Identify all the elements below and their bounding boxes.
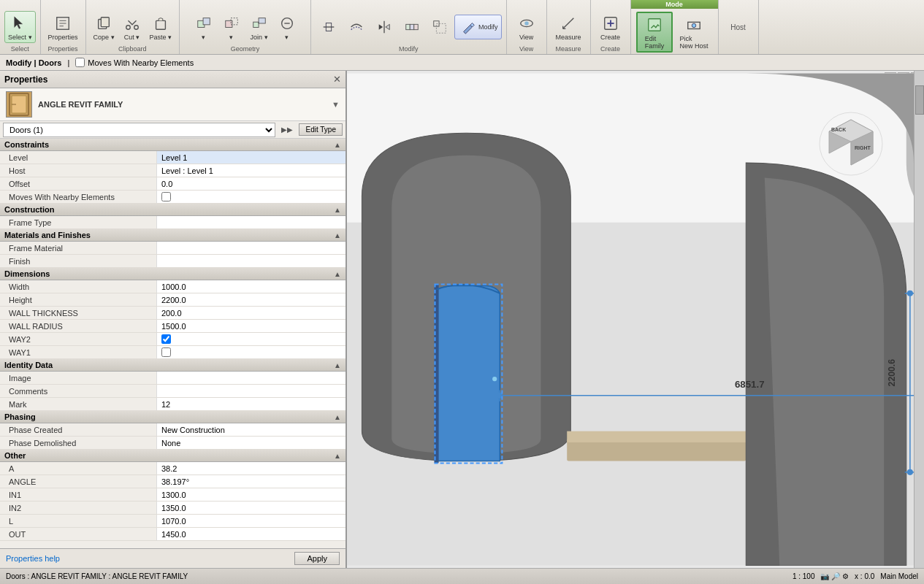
section-construction[interactable]: Construction ▲ [0,204,345,216]
section-identity[interactable]: Identity Data ▲ [0,359,345,372]
prop-name-phase-demolished: Phase Demolished [0,437,157,449]
join-button[interactable]: Join ▾ [246,12,272,42]
section-other[interactable]: Other ▲ [0,450,345,462]
prop-value-phase-demolished[interactable]: None [157,437,345,449]
prop-value-comments[interactable] [157,385,345,397]
paste-button[interactable]: Paste ▾ [147,12,175,42]
section-identity-arrow: ▲ [334,361,341,369]
modify-big-btn[interactable]: Modify [454,15,502,39]
properties-button[interactable]: Properties [45,12,81,42]
svg-rect-6 [101,18,109,27]
right-scrollbar[interactable] [914,71,924,568]
prop-value-in2[interactable]: 1350.0 [157,502,345,514]
prop-name-wall-thickness: WALL THICKNESS [0,307,157,319]
align-btn[interactable] [316,15,342,39]
svg-rect-14 [253,22,258,27]
prop-name-way1: WAY1 [0,346,157,358]
prop-value-image[interactable] [157,372,345,384]
section-materials[interactable]: Materials and Finishes ▲ [0,229,345,242]
prop-value-wall-radius[interactable]: 1500.0 [157,320,345,332]
instance-row: Doors (1) ▶▶ Edit Type [0,121,345,139]
geometry-icon2 [221,13,242,34]
nav-cube-overlay[interactable]: RIGHT BACK [818,111,884,177]
join-label: Join ▾ [251,34,268,41]
create-button[interactable]: Create [597,12,624,42]
array-btn[interactable] [399,15,425,39]
svg-point-30 [524,21,529,26]
moves-with-checkbox[interactable] [75,58,85,67]
prop-row-image: Image [0,372,345,385]
offset-btn[interactable] [343,15,370,39]
status-icons: 📷 🔎 ⚙ [820,572,849,580]
mirror-icon [374,17,394,37]
edit-family-button[interactable]: EditFamily [636,12,673,53]
viewport: − □ ✕ RIGHT BACK [347,71,924,568]
prop-value-l[interactable]: 1070.0 [157,515,345,527]
scale-btn[interactable] [427,15,453,39]
select-button[interactable]: Select ▾ [4,11,36,43]
way1-checkbox[interactable] [161,347,171,357]
prop-value-frame-type[interactable] [157,216,345,228]
prop-value-wall-thickness[interactable]: 200.0 [157,307,345,319]
prop-name-width: Width [0,280,157,293]
mirror-btn[interactable] [371,15,397,39]
prop-name-way2: WAY2 [0,333,157,345]
host-group-label: Host [728,20,749,34]
prop-name-a: A [0,462,157,474]
status-model: Main Model [880,572,918,580]
prop-close-button[interactable]: ✕ [333,74,341,85]
moves-with-checkbox-prop[interactable] [161,192,171,201]
pick-new-host-button[interactable]: PickNew Host [676,13,712,51]
prop-value-phase-created[interactable]: New Construction [157,423,345,436]
edit-type-button[interactable]: Edit Type [299,123,343,136]
cope-icon [93,13,114,34]
section-phasing[interactable]: Phasing ▲ [0,411,345,423]
prop-value-out[interactable]: 1450.0 [157,528,345,540]
prop-footer: Properties help Apply [0,548,345,568]
prop-value-finish[interactable] [157,255,345,267]
prop-value-mark[interactable]: 12 [157,398,345,410]
svg-rect-25 [410,24,414,29]
prop-value-host[interactable]: Level : Level 1 [157,164,345,177]
prop-value-a[interactable]: 38.2 [157,462,345,474]
moves-with-label[interactable]: Moves With Nearby Elements [75,58,194,67]
pick-new-host-label: PickNew Host [680,35,709,50]
prop-row-width: Width 1000.0 [0,280,345,293]
geometry-btn3[interactable]: ▾ [274,12,300,42]
prop-value-angle[interactable]: 38.197° [157,475,345,488]
prop-value-frame-material[interactable] [157,242,345,254]
scrollbar-thumb[interactable] [915,85,924,115]
geometry-btn1[interactable]: ▾ [191,12,217,42]
way2-checkbox[interactable] [161,334,171,344]
svg-point-39 [692,23,696,28]
prop-value-width[interactable]: 1000.0 [157,280,345,293]
pick-new-host-icon [684,15,704,35]
prop-value-height[interactable]: 2200.0 [157,293,345,306]
cut-button[interactable]: Cut ▾ [119,12,145,42]
prop-value-way1[interactable] [157,346,345,358]
prop-value-way2[interactable] [157,333,345,345]
svg-rect-9 [156,20,165,29]
svg-rect-11 [203,18,210,25]
section-dimensions-label: Dimensions [4,269,50,278]
properties-help-link[interactable]: Properties help [6,554,60,563]
instance-select[interactable]: Doors (1) [3,123,275,137]
measure-button[interactable]: Measure [553,12,584,42]
create-group: Create Create [591,0,631,54]
prop-value-in1[interactable]: 1300.0 [157,488,345,501]
cope-button[interactable]: Cope ▾ [91,12,118,42]
section-dimensions[interactable]: Dimensions ▲ [0,268,345,280]
view-button[interactable]: View [513,12,540,42]
prop-value-moves-with[interactable] [157,191,345,203]
geometry-btn2[interactable]: ▾ [218,12,245,42]
family-dropdown-arrow[interactable]: ▼ [332,100,340,109]
prop-value-offset[interactable]: 0.0 [157,177,345,190]
apply-button[interactable]: Apply [294,552,340,565]
view-label: View [519,34,533,41]
svg-rect-24 [406,24,411,29]
section-constraints[interactable]: Constraints ▲ [0,139,345,151]
family-name-text: ANGLE REVIT FAMILY [38,100,326,109]
prop-value-level[interactable]: Level 1 [157,151,345,164]
prop-row-l: L 1070.0 [0,515,345,528]
svg-point-8 [134,26,138,30]
